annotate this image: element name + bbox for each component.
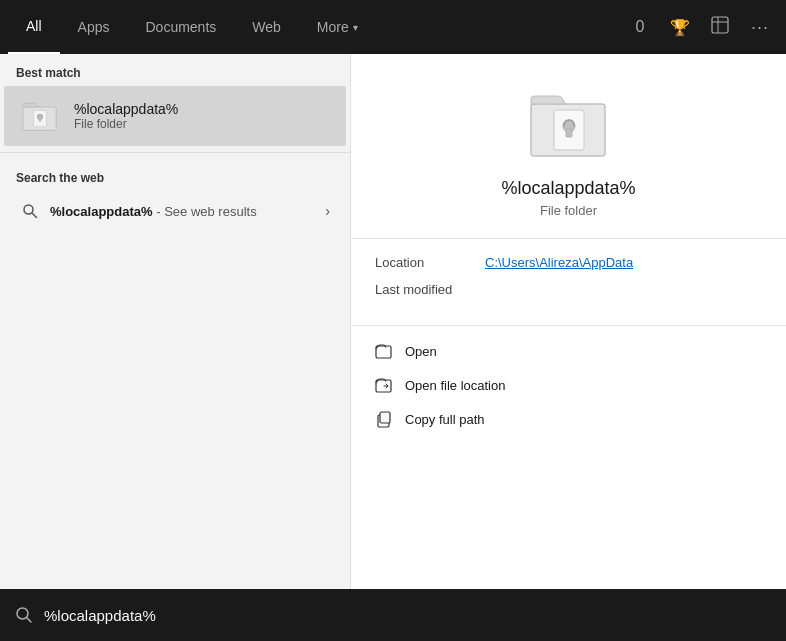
open-location-icon	[375, 376, 393, 394]
person-icon	[711, 16, 729, 38]
trophy-icon: 🏆	[670, 18, 690, 37]
right-panel: %localappdata% File folder Location C:\U…	[350, 54, 786, 589]
tab-web[interactable]: Web	[234, 0, 299, 54]
bottom-search-input[interactable]	[44, 607, 774, 624]
open-file-location-label: Open file location	[405, 378, 505, 393]
web-search-chevron-icon: ›	[325, 203, 330, 219]
tab-all-label: All	[26, 18, 42, 34]
svg-line-8	[32, 213, 37, 218]
tab-more[interactable]: More ▾	[299, 0, 376, 54]
last-modified-row: Last modified	[375, 282, 762, 297]
svg-rect-6	[39, 118, 42, 122]
svg-line-18	[27, 618, 32, 623]
nav-tabs: All Apps Documents Web More ▾	[8, 0, 622, 54]
large-folder-icon	[529, 84, 609, 164]
best-match-info: %localappdata% File folder	[74, 101, 178, 131]
web-section-label: Search the web	[0, 159, 350, 191]
tab-apps[interactable]: Apps	[60, 0, 128, 54]
location-label: Location	[375, 255, 485, 270]
svg-rect-0	[712, 17, 728, 33]
bottom-searchbar	[0, 589, 786, 641]
file-icon-wrapper	[20, 96, 60, 136]
tab-documents-label: Documents	[145, 19, 216, 35]
web-search-item[interactable]: %localappdata% - See web results ›	[4, 191, 346, 231]
ellipsis-icon: ···	[751, 17, 769, 38]
copy-full-path-label: Copy full path	[405, 412, 485, 427]
ellipsis-button[interactable]: ···	[742, 9, 778, 45]
nav-right-icons: 0 🏆 ···	[622, 9, 778, 45]
file-preview: %localappdata% File folder	[351, 54, 786, 239]
section-divider	[0, 152, 350, 153]
svg-rect-13	[376, 346, 391, 358]
copy-full-path-button[interactable]: Copy full path	[375, 408, 762, 430]
badge-count-button[interactable]: 0	[622, 9, 658, 45]
best-match-type: File folder	[74, 117, 178, 131]
file-actions: Open Open file location	[351, 326, 786, 444]
badge-count: 0	[636, 18, 645, 36]
search-icon	[20, 201, 40, 221]
main-content: Best match %localappdata% File folder	[0, 54, 786, 589]
tab-more-label: More	[317, 19, 349, 35]
svg-rect-12	[566, 129, 572, 137]
web-search-query: %localappdata%	[50, 204, 153, 219]
tab-all[interactable]: All	[8, 0, 60, 54]
best-match-section-label: Best match	[0, 54, 350, 86]
open-button[interactable]: Open	[375, 340, 762, 362]
location-value[interactable]: C:\Users\Alireza\AppData	[485, 255, 633, 270]
last-modified-label: Last modified	[375, 282, 485, 297]
top-nav: All Apps Documents Web More ▾ 0 🏆	[0, 0, 786, 54]
folder-icon	[22, 98, 58, 134]
tab-apps-label: Apps	[78, 19, 110, 35]
person-button[interactable]	[702, 9, 738, 45]
best-match-name: %localappdata%	[74, 101, 178, 117]
open-label: Open	[405, 344, 437, 359]
left-panel: Best match %localappdata% File folder	[0, 54, 350, 589]
file-details: Location C:\Users\Alireza\AppData Last m…	[351, 239, 786, 326]
svg-rect-16	[380, 412, 390, 423]
trophy-button[interactable]: 🏆	[662, 9, 698, 45]
file-type-large: File folder	[540, 203, 597, 218]
file-name-large: %localappdata%	[501, 178, 635, 199]
open-file-location-button[interactable]: Open file location	[375, 374, 762, 396]
open-icon	[375, 342, 393, 360]
tab-web-label: Web	[252, 19, 281, 35]
web-search-text: %localappdata% - See web results	[50, 204, 315, 219]
best-match-item[interactable]: %localappdata% File folder	[4, 86, 346, 146]
chevron-down-icon: ▾	[353, 22, 358, 33]
location-row: Location C:\Users\Alireza\AppData	[375, 255, 762, 270]
bottom-search-icon	[12, 606, 36, 624]
tab-documents[interactable]: Documents	[127, 0, 234, 54]
web-see-results: - See web results	[156, 204, 256, 219]
copy-path-icon	[375, 410, 393, 428]
